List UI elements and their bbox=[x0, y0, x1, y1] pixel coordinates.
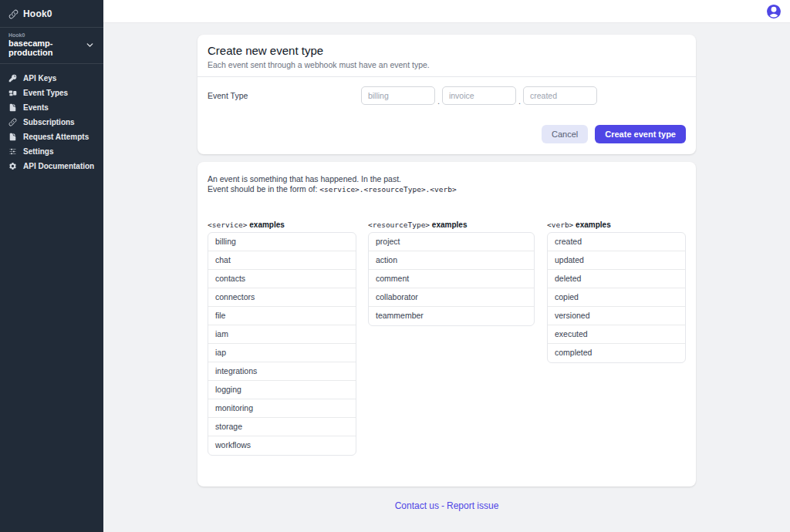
sidebar: Hook0 Hook0 basecamp-production API Keys… bbox=[0, 0, 103, 532]
example-item: action bbox=[369, 251, 534, 270]
workspace-name: basecamp-production bbox=[8, 39, 85, 57]
sidebar-item-label: Events bbox=[23, 103, 49, 112]
sidebar-item-api-keys[interactable]: API Keys bbox=[0, 71, 103, 86]
sidebar-item-events[interactable]: Events bbox=[0, 100, 103, 115]
example-item: storage bbox=[208, 418, 356, 436]
info-line-1: An event is something that has happened.… bbox=[208, 174, 686, 184]
example-item: executed bbox=[548, 325, 685, 344]
example-item: workflows bbox=[208, 436, 356, 455]
resource-type-examples-list: projectactioncommentcollaboratorteammemb… bbox=[368, 232, 535, 326]
link-icon bbox=[8, 118, 17, 126]
example-item: monitoring bbox=[208, 399, 356, 418]
dot-separator: . bbox=[437, 97, 440, 105]
create-event-type-card: Create new event type Each event sent th… bbox=[198, 35, 696, 154]
example-item: completed bbox=[548, 344, 685, 362]
service-examples-list: billingchatcontactsconnectorsfileiamiapi… bbox=[208, 232, 356, 456]
contact-us-link[interactable]: Contact us bbox=[395, 500, 439, 511]
logo-text: Hook0 bbox=[23, 8, 52, 19]
workspace-org-label: Hook0 bbox=[8, 32, 85, 38]
example-item: contacts bbox=[208, 270, 356, 288]
document-icon bbox=[8, 103, 17, 112]
sidebar-item-label: API Keys bbox=[23, 74, 56, 82]
example-item: created bbox=[548, 233, 685, 251]
event-type-form-row: Event Type . . bbox=[198, 77, 696, 105]
page-title: Create new event type bbox=[208, 44, 686, 57]
example-item: deleted bbox=[548, 270, 685, 288]
sidebar-item-subscriptions[interactable]: Subscriptions bbox=[0, 115, 103, 130]
example-item: collaborator bbox=[369, 288, 534, 307]
sidebar-item-label: API Documentation bbox=[23, 162, 94, 170]
user-avatar-button[interactable] bbox=[765, 3, 782, 20]
example-item: file bbox=[208, 307, 356, 325]
service-examples-column: <service> examples billingchatcontactsco… bbox=[208, 221, 356, 456]
chain-link-logo-icon bbox=[8, 9, 19, 19]
resource-type-examples-column: <resourceType> examples projectactioncom… bbox=[368, 221, 535, 326]
example-item: billing bbox=[208, 233, 356, 251]
sidebar-menu: API Keys Event Types Events Subscription… bbox=[0, 64, 103, 180]
service-input[interactable] bbox=[361, 86, 435, 105]
form-actions: Cancel Create event type bbox=[198, 105, 696, 154]
info-line-2: Event should be in the form of: <service… bbox=[208, 184, 686, 195]
service-examples-header: <service> examples bbox=[208, 221, 356, 229]
example-item: connectors bbox=[208, 288, 356, 307]
resource-type-input[interactable] bbox=[442, 86, 516, 105]
sidebar-item-label: Event Types bbox=[23, 89, 68, 97]
sidebar-item-event-types[interactable]: Event Types bbox=[0, 86, 103, 100]
hook0-logo[interactable]: Hook0 bbox=[0, 0, 103, 27]
workspace-selector[interactable]: Hook0 basecamp-production bbox=[0, 27, 103, 64]
sidebar-item-settings[interactable]: Settings bbox=[0, 144, 103, 159]
sidebar-item-label: Subscriptions bbox=[23, 118, 75, 126]
footer: Contact us-Report issue bbox=[198, 500, 696, 511]
sidebar-item-api-documentation[interactable]: API Documentation bbox=[0, 159, 103, 173]
example-item: iam bbox=[208, 325, 356, 344]
chevron-down-icon bbox=[85, 40, 95, 50]
rectangle-group-icon bbox=[8, 89, 17, 97]
example-item: iap bbox=[208, 344, 356, 362]
report-issue-link[interactable]: Report issue bbox=[447, 500, 498, 511]
verb-input[interactable] bbox=[523, 86, 597, 105]
event-format-code: <service>.<resourceType>.<verb> bbox=[319, 185, 456, 194]
info-text: An event is something that has happened.… bbox=[208, 174, 686, 194]
sidebar-item-request-attempts[interactable]: Request Attempts bbox=[0, 130, 103, 144]
cancel-button[interactable]: Cancel bbox=[542, 125, 588, 143]
main-content: Create new event type Each event sent th… bbox=[103, 23, 790, 532]
example-item: integrations bbox=[208, 362, 356, 381]
resource-type-examples-header: <resourceType> examples bbox=[368, 221, 535, 229]
examples-columns: <service> examples billingchatcontactsco… bbox=[208, 221, 686, 456]
user-circle-icon bbox=[765, 3, 782, 20]
example-item: chat bbox=[208, 251, 356, 270]
document-icon bbox=[8, 133, 17, 141]
verb-examples-column: <verb> examples createdupdateddeletedcop… bbox=[547, 221, 686, 363]
sidebar-item-label: Settings bbox=[23, 147, 53, 156]
workspace-info: Hook0 basecamp-production bbox=[8, 32, 85, 57]
example-item: teammember bbox=[369, 307, 534, 325]
sidebar-item-label: Request Attempts bbox=[23, 133, 89, 141]
verb-examples-list: createdupdateddeletedcopiedversionedexec… bbox=[547, 232, 686, 363]
example-item: copied bbox=[548, 288, 685, 307]
event-type-label: Event Type bbox=[208, 86, 248, 100]
event-type-inputs: . . bbox=[361, 86, 597, 105]
page-subtitle: Each event sent through a webhook must h… bbox=[208, 60, 686, 69]
example-item: logging bbox=[208, 381, 356, 399]
create-event-type-button[interactable]: Create event type bbox=[595, 125, 686, 143]
key-icon bbox=[8, 74, 17, 82]
adjustments-icon bbox=[8, 147, 17, 156]
verb-examples-header: <verb> examples bbox=[547, 221, 686, 229]
dot-separator: . bbox=[518, 97, 521, 105]
top-bar bbox=[103, 0, 790, 23]
footer-separator: - bbox=[441, 500, 444, 511]
example-item: project bbox=[369, 233, 534, 251]
event-type-info-card: An event is something that has happened.… bbox=[198, 162, 696, 487]
example-item: comment bbox=[369, 270, 534, 288]
example-item: updated bbox=[548, 251, 685, 270]
cog-icon bbox=[8, 162, 17, 170]
card-header: Create new event type Each event sent th… bbox=[198, 35, 696, 76]
example-item: versioned bbox=[548, 307, 685, 325]
